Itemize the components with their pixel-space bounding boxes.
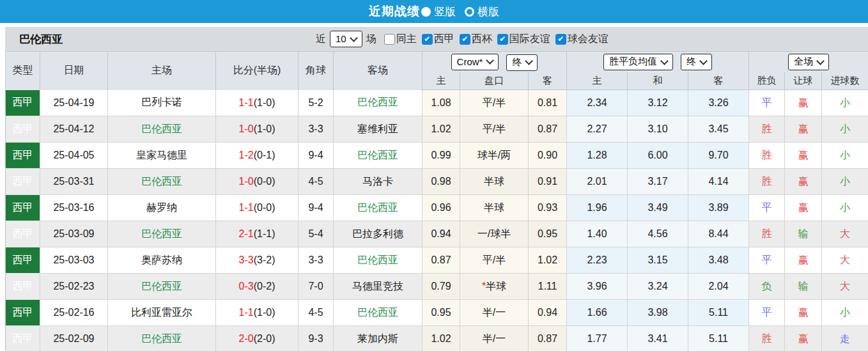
league-cell: 西甲 xyxy=(6,169,40,195)
table-row: 西甲25-03-03奥萨苏纳3-3(3-2)3-3巴伦西亚0.87平/半1.02… xyxy=(6,247,868,274)
league-cell: 西甲 xyxy=(6,300,40,326)
table-row: 西甲25-02-09巴伦西亚2-0(2-0)9-3莱加内斯1.02半/一0.87… xyxy=(6,326,868,351)
col-header-corners: 角球 xyxy=(298,52,334,90)
avg-state-select[interactable]: 终 xyxy=(681,54,712,70)
table-row: 西甲25-03-31巴伦西亚1-0(0-0)4-5马洛卡0.98半球0.912.… xyxy=(6,169,868,195)
checkbox-option[interactable]: ✔西甲 xyxy=(422,33,454,46)
score-cell: 2-0(2-0) xyxy=(216,326,298,351)
odds-home: 3.96 xyxy=(567,274,628,300)
checkbox-label: 同主 xyxy=(396,33,417,46)
ah-home-odds: 0.98 xyxy=(422,169,460,195)
bookmaker-state-select[interactable]: 终 xyxy=(506,54,538,71)
ah-home-odds: 0.94 xyxy=(422,221,460,247)
checkbox-unchecked-icon[interactable] xyxy=(384,34,395,45)
fulltime-score: 1-1 xyxy=(239,97,254,108)
date-cell: 25-04-12 xyxy=(40,116,108,143)
ah-line: *半球 xyxy=(460,274,529,300)
home-team-cell: 奥萨苏纳 xyxy=(108,247,216,274)
result-cell: 胜 xyxy=(749,116,785,143)
checkbox-option[interactable]: ✔西杯 xyxy=(460,33,492,46)
odds-home: 1.28 xyxy=(567,143,628,169)
odds-away: 5.11 xyxy=(688,326,749,351)
score-cell: 1-1(1-0) xyxy=(216,90,298,116)
chevron-down-icon xyxy=(660,57,669,65)
odds-draw: 3.24 xyxy=(628,274,688,300)
checkbox-checked-icon[interactable]: ✔ xyxy=(555,34,566,45)
ah-line: 一/球半 xyxy=(460,221,529,247)
halftime-score: (1-0) xyxy=(254,307,275,318)
odds-draw: 4.56 xyxy=(628,221,688,247)
score-cell: 2-1(1-1) xyxy=(216,221,298,247)
checkbox-label: 球会友谊 xyxy=(568,33,608,46)
score-cell: 1-1(1-0) xyxy=(216,300,298,326)
home-team-cell: 巴列卡诺 xyxy=(108,90,216,116)
near-label: 近 xyxy=(316,33,326,46)
ah-home-odds: 1.02 xyxy=(422,326,460,351)
ah-away-odds: 0.87 xyxy=(529,116,567,143)
checkbox-option[interactable]: ✔国际友谊 xyxy=(497,33,550,46)
goals-result-cell: 小 xyxy=(822,195,868,221)
ah-home-odds: 0.99 xyxy=(422,143,460,169)
result-cell: 胜 xyxy=(749,326,785,351)
ah-home-odds: 0.87 xyxy=(422,247,460,274)
checkbox-label: 国际友谊 xyxy=(509,33,550,46)
checkbox-checked-icon[interactable]: ✔ xyxy=(460,34,470,45)
odds-home: 2.34 xyxy=(567,90,628,116)
match-count-select[interactable]: 10 xyxy=(330,31,362,47)
away-team-cell: 巴伦西亚 xyxy=(334,300,422,326)
result-cell: 平 xyxy=(749,300,785,326)
odds-away: 2.04 xyxy=(688,274,749,300)
bookmaker-select[interactable]: Crow* xyxy=(451,54,499,70)
ah-home-odds: 1.02 xyxy=(422,116,460,143)
goals-result-cell: 小 xyxy=(822,143,868,169)
score-cell: 1-1(0-0) xyxy=(216,195,298,221)
odds-draw: 3.10 xyxy=(628,116,688,143)
ah-line: 球半/两 xyxy=(460,143,529,169)
home-team-cell: 巴伦西亚 xyxy=(108,221,216,247)
fulltime-score: 1-2 xyxy=(239,150,254,160)
odds-draw: 6.00 xyxy=(628,143,688,169)
result-cell: 平 xyxy=(749,195,785,221)
checkbox-option[interactable]: ✔球会友谊 xyxy=(555,33,608,46)
goals-result-cell: 小 xyxy=(822,169,868,195)
checkbox-label: 西甲 xyxy=(434,33,454,46)
euro-odds-select-group: 胜平负均值 终 xyxy=(567,52,749,73)
ah-home-odds: 0.96 xyxy=(422,195,460,221)
away-team-cell: 马洛卡 xyxy=(334,169,422,195)
away-team-cell: 马德里竞技 xyxy=(334,274,422,300)
checkbox-option[interactable]: 同主 xyxy=(384,33,417,46)
away-team-cell: 巴伦西亚 xyxy=(334,143,422,169)
scope-select[interactable]: 全场 xyxy=(788,54,829,70)
league-cell: 西甲 xyxy=(6,221,40,247)
odds-away: 5.11 xyxy=(688,300,749,326)
corners-cell: 4-5 xyxy=(298,169,334,195)
league-cell: 西甲 xyxy=(6,195,40,221)
corners-cell: 9-3 xyxy=(298,326,334,351)
checkbox-checked-icon[interactable]: ✔ xyxy=(497,34,508,45)
chevron-down-icon xyxy=(699,57,708,65)
away-team-cell: 巴伦西亚 xyxy=(334,195,422,221)
layout-radio-horizontal[interactable] xyxy=(465,7,474,17)
checkbox-checked-icon[interactable]: ✔ xyxy=(422,34,433,45)
score-cell: 0-3(0-2) xyxy=(216,274,298,300)
away-team-cell: 塞维利亚 xyxy=(334,116,422,143)
odds-away: 3.26 xyxy=(688,90,749,116)
handicap-result-cell: 赢 xyxy=(785,143,822,169)
ah-away-odds: 1.02 xyxy=(529,247,567,274)
avg-odds-select[interactable]: 胜平负均值 xyxy=(603,54,673,70)
layout-radio-vertical[interactable] xyxy=(421,7,431,17)
handicap-result-cell: 赢 xyxy=(785,300,822,326)
halftime-score: (1-0) xyxy=(254,123,275,134)
result-cell: 胜 xyxy=(749,169,785,195)
fulltime-score: 2-1 xyxy=(239,228,254,239)
ah-line: 半球 xyxy=(460,195,529,221)
odds-home: 1.66 xyxy=(567,300,628,326)
ah-line-text: 半球 xyxy=(484,202,504,213)
corners-cell: 9-4 xyxy=(298,143,334,169)
goals-result-cell: 大 xyxy=(822,247,868,274)
odds-home: 1.96 xyxy=(567,195,628,221)
ah-line-text: 半球 xyxy=(484,176,504,187)
goals-result-cell: 大 xyxy=(822,274,868,300)
handicap-result-cell: 输 xyxy=(785,221,822,247)
odds-home: 2.01 xyxy=(567,169,628,195)
